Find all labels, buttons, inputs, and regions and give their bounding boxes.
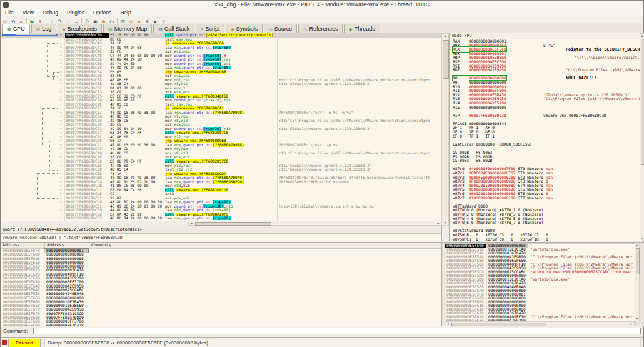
app-icon xyxy=(3,2,9,8)
tab-cpu-icon: ▦ xyxy=(7,27,11,31)
gutter: • xyxy=(1,216,64,221)
register-text-line: LastError 00000000 (ERROR_SUCCESS) xyxy=(450,143,640,147)
dump-col-value: Address xyxy=(45,243,89,248)
register-row-rip[interactable]: RIP00007FF68068DC3Dvmware-vmx.00007FF680… xyxy=(450,114,640,118)
command-input[interactable] xyxy=(33,328,641,334)
tab-memory-map-icon: ▥ xyxy=(108,27,113,31)
tab-breakpoints[interactable]: ●Breakpoints xyxy=(58,24,102,33)
register-text-line: x87TW_6 0 (Nonzero) x87TW_7 0 (Nonzero) xyxy=(450,221,640,225)
scroll-up-arrow[interactable]: ▲ xyxy=(442,34,448,38)
register-comment: L 'G' xyxy=(543,44,555,48)
tab-script[interactable]: ≡Script xyxy=(196,24,224,33)
register-text-line: CF 0 TF 1 IF 1 xyxy=(450,134,640,139)
tab-label: Log xyxy=(42,26,51,32)
register-value: 00007FF68068DC3D xyxy=(469,113,506,118)
tab-bar: ▦CPU▤Log●Breakpoints▥Memory Map▤Call Sta… xyxy=(1,23,643,34)
tab-label: Threads xyxy=(355,26,375,32)
disasm-row[interactable]: •00007FF68068DCF248 8D 84 24 90 00 00 00… xyxy=(1,216,441,221)
tab-breakpoints-icon: ● xyxy=(63,27,65,31)
register-row-x87r7[interactable]: x87r781000000000000000100 ST7 Nonzero na… xyxy=(450,196,640,201)
scroll-left-arrow[interactable]: ◄ xyxy=(189,221,194,225)
tab-threads-icon: ▶ xyxy=(349,27,352,31)
menu-debug[interactable]: Debug xyxy=(38,9,63,16)
menu-options[interactable]: Options xyxy=(89,9,116,16)
tab-label: Breakpoints xyxy=(68,26,98,32)
scroll-thumb[interactable] xyxy=(636,248,640,274)
menu-view[interactable]: View xyxy=(18,9,38,16)
scroll-thumb[interactable] xyxy=(443,40,449,79)
menu-help[interactable]: Help xyxy=(116,9,135,16)
scroll-down-arrow[interactable]: ▼ xyxy=(635,316,639,321)
rip-arrow xyxy=(16,35,56,36)
tab-references[interactable]: ◎References xyxy=(298,24,343,33)
scroll-thumb[interactable] xyxy=(641,39,644,165)
registers-panel[interactable]: Hide FPU RAX0000000000000001RBX000000000… xyxy=(449,33,640,241)
scroll-right-arrow[interactable]: ► xyxy=(436,221,441,225)
command-label: Command: xyxy=(3,328,28,334)
tab-label: Memory Map xyxy=(114,26,148,32)
dump-col-address: Address xyxy=(1,243,45,248)
tab-threads[interactable]: ▶Threads xyxy=(344,24,380,33)
status-stop-icon xyxy=(2,340,7,345)
tab-references-icon: ◎ xyxy=(303,27,307,31)
breakpoint-dot[interactable]: • xyxy=(59,216,62,221)
scroll-up-arrow[interactable]: ▲ xyxy=(640,34,644,38)
dump-panel[interactable]: Address Address Comments 0000000000E5F5F… xyxy=(1,242,442,326)
status-text: Dump: 0000000000E5F5F8 -> 0000000000E5F5… xyxy=(44,339,641,347)
rip-marker xyxy=(2,34,16,36)
disasm-horizontal-scrollbar[interactable]: ◄ ► xyxy=(188,221,441,226)
tab-label: References xyxy=(309,26,338,32)
tab-symbols[interactable]: ◆Symbols xyxy=(226,24,263,33)
toolbar-separator xyxy=(26,18,27,23)
register-text-line: x87SW_C1 0 x87SW_C0 0 x87SW_IR 0 xyxy=(450,238,640,242)
command-bar: Command: xyxy=(1,326,643,338)
tab-log[interactable]: ▤Log xyxy=(31,24,57,33)
status-badge: Paused xyxy=(8,339,41,347)
register-comment: "C:\\Program Files (x86)\\VMware\\VMware… xyxy=(543,97,640,101)
register-comment: NULL DACL!!! xyxy=(566,76,596,81)
stack-view[interactable]: 0000000000E5F590000000000000000000000000… xyxy=(445,243,636,323)
disassembly-view[interactable]: •00007FF68068DC3DFF 15 FD D3 2C 00call q… xyxy=(1,33,442,221)
scroll-down-arrow[interactable]: ▼ xyxy=(442,221,448,225)
register-value: 81000000000000000100 xyxy=(469,196,516,200)
scroll-up-arrow[interactable]: ▲ xyxy=(635,243,639,248)
menu-file[interactable]: File xyxy=(1,9,18,16)
info-box: qword [7FF68095B040]=<advapi32.SetSecuri… xyxy=(1,226,442,241)
tab-label: Symbols xyxy=(236,26,258,32)
status-bar: Paused Dump: 0000000000E5F5F8 -> 0000000… xyxy=(1,337,643,347)
tab-cpu[interactable]: ▦CPU xyxy=(2,24,30,34)
stack-panel: 0000000000E5F590000000000000000000000000… xyxy=(442,242,644,326)
register-row-rdi[interactable]: RDI00000000042E9950"C:\\Program Files (x… xyxy=(450,68,640,73)
register-name: RDI xyxy=(453,68,469,73)
dump-col-comments: Comments xyxy=(89,243,441,248)
registers-scrollbar[interactable]: ▲ ▼ xyxy=(640,33,644,241)
register-name: RIP xyxy=(453,114,469,118)
register-name: R15 xyxy=(453,106,469,110)
bytes-cell: 48 8D 84 24 90 00 00 00 xyxy=(109,216,164,221)
tab-call-stack-icon: ▤ xyxy=(158,27,163,31)
stack-vertical-scrollbar[interactable]: ▲ ▼ xyxy=(635,243,640,321)
comment-cell xyxy=(277,216,441,221)
register-row-r15[interactable]: R150000000000000000 xyxy=(450,106,640,110)
rip-arrowhead xyxy=(56,34,58,36)
menu-bar: FileViewDebugPluginsOptionsHelp xyxy=(1,9,643,16)
tab-label: CPU xyxy=(13,26,25,32)
tab-source[interactable]: ◇Source xyxy=(264,24,297,33)
tab-call-stack[interactable]: ▤Call Stack xyxy=(153,24,194,33)
register-comment: Pointer to the SECURITY_DESCRIPTOR STRUC… xyxy=(566,48,640,52)
register-value: 0000000000000000 xyxy=(469,105,506,109)
tab-symbols-icon: ◆ xyxy=(231,27,234,31)
scroll-down-arrow[interactable]: ▼ xyxy=(640,236,644,241)
disasm-vertical-scrollbar[interactable]: ▲ ▼ xyxy=(441,33,449,226)
info-line-module: vmware-vmx.exe[3DDC3D] | ".text":00007FF… xyxy=(1,234,441,241)
tab-memory-map[interactable]: ▥Memory Map xyxy=(103,24,152,33)
jump-line xyxy=(53,72,59,81)
instruction-cell: lea rax,qword ptr ss:[rsp+90] xyxy=(164,216,277,221)
address-cell: 00007FF68068DCF2 xyxy=(64,216,109,221)
dump-header: Address Address Comments xyxy=(1,243,441,249)
menu-plugins[interactable]: Plugins xyxy=(63,9,89,16)
tab-label: Script xyxy=(205,26,219,32)
toolbar-separator xyxy=(117,18,118,23)
title-bar: x64_dbg - File: vmware-vmx.exe - PID: E4… xyxy=(1,1,643,9)
info-line-resolved: qword [7FF68095B040]=<advapi32.SetSecuri… xyxy=(1,226,441,234)
